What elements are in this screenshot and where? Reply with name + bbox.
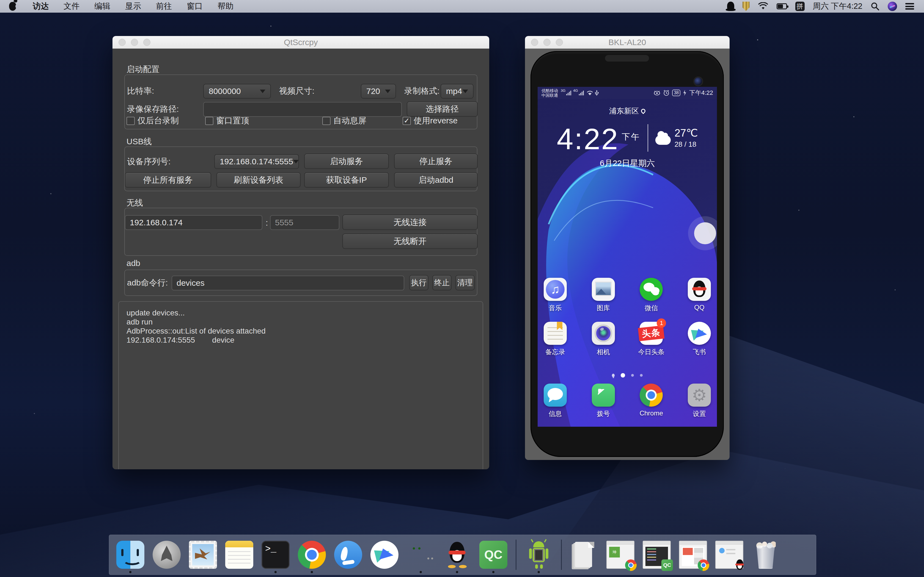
checkbox-screen-off[interactable]: 自动息屏 (322, 115, 366, 126)
serial-select[interactable]: 192.168.0.174:5555 (214, 154, 299, 169)
checkbox-always-on-top[interactable]: 窗口置顶 (205, 115, 249, 126)
dock-finder[interactable] (116, 541, 144, 569)
dock-wechat[interactable] (407, 541, 435, 569)
minimize-button[interactable] (131, 39, 138, 46)
app-chrome[interactable]: Chrome (640, 384, 663, 418)
eye-comfort-icon (653, 90, 661, 96)
app-toutiao[interactable]: 头条 1 今日头条 (640, 322, 663, 356)
app-label: Chrome (640, 409, 663, 417)
wifi-menu-icon[interactable] (758, 0, 768, 13)
menu-go[interactable]: 前往 (149, 0, 179, 13)
app-qq[interactable]: QQ (688, 278, 711, 313)
adb-clear-button[interactable]: 清理 (456, 275, 475, 290)
app-wechat[interactable]: 微信 (640, 278, 663, 313)
record-format-value: mp4 (446, 87, 462, 96)
dock-feishu[interactable] (370, 541, 399, 569)
dock-chrome[interactable] (298, 541, 326, 569)
dock-android-scrcpy[interactable] (525, 541, 553, 569)
qtscrcpy-titlebar[interactable]: QtScrcpy (113, 36, 489, 48)
phone-window-body: 优酷移动 中国联通 3G 4G (525, 48, 730, 460)
camera-app-icon (592, 322, 615, 345)
adb-kill-button[interactable]: 终止 (432, 275, 452, 290)
app-messages[interactable]: 信息 (543, 384, 567, 418)
close-button[interactable] (531, 39, 538, 46)
checkbox-box[interactable] (322, 117, 331, 125)
record-path-input[interactable] (203, 102, 402, 117)
dock-notes[interactable] (225, 541, 253, 569)
gear-icon: ⚙ (688, 384, 711, 407)
toutiao-app-icon: 头条 1 (640, 322, 663, 345)
app-notes[interactable]: 备忘录 (543, 322, 567, 356)
input-shield-icon[interactable] (743, 0, 750, 13)
zoom-button[interactable] (143, 39, 150, 46)
apple-menu[interactable] (0, 0, 25, 13)
app-feishu[interactable]: 飞书 (688, 322, 711, 356)
menu-view[interactable]: 显示 (118, 0, 149, 13)
qq-status-icon[interactable] (727, 0, 734, 13)
zoom-button[interactable] (556, 39, 563, 46)
checkbox-background-record[interactable]: 仅后台录制 (126, 115, 179, 126)
phone-window-titlebar[interactable]: BKL-AL20 (525, 36, 730, 48)
app-dialer[interactable]: 拨号 (591, 384, 615, 418)
dock-terminal[interactable]: >_ (262, 541, 289, 569)
app-settings[interactable]: ⚙ 设置 (688, 384, 711, 418)
adb-run-button[interactable]: 执行 (409, 275, 428, 290)
wireless-ip-input[interactable]: 192.168.0.174 (125, 215, 262, 230)
menu-bar-status-area: 拼 周六 下午4:22 (727, 0, 924, 13)
notification-center-button[interactable] (905, 0, 914, 13)
battery-menu-icon[interactable] (777, 0, 787, 13)
menu-file[interactable]: 文件 (56, 0, 87, 13)
video-size-select[interactable]: 720 (361, 84, 396, 98)
choose-path-button[interactable]: 选择路径 (407, 102, 478, 117)
app-label: 备忘录 (545, 348, 565, 356)
app-label: 设置 (693, 409, 706, 418)
minimized-window-thumbnail: 坤 (606, 541, 635, 569)
app-gallery[interactable]: 图库 (591, 278, 615, 313)
spotlight-button[interactable] (871, 0, 879, 13)
qtscrcpy-window: QtScrcpy 启动配置 比特率: 8000000 视频尺寸: 720 录制格… (113, 36, 489, 469)
dock-document-stack[interactable] (570, 541, 598, 569)
clock-weather-widget[interactable]: 浦东新区 4:22 下午 27 (538, 106, 717, 169)
qq-icon (443, 541, 471, 569)
menu-clock[interactable]: 周六 下午4:22 (813, 0, 863, 13)
dock-mail[interactable] (189, 541, 217, 569)
app-camera[interactable]: 相机 (591, 322, 615, 356)
stop-service-button[interactable]: 停止服务 (394, 153, 478, 169)
dock-launchpad[interactable] (153, 541, 181, 569)
menu-finder[interactable]: 访达 (25, 0, 56, 13)
start-service-button[interactable]: 启动服务 (304, 153, 389, 169)
minimize-button[interactable] (543, 39, 551, 46)
checkbox-use-reverse[interactable]: ✓ 使用reverse (402, 115, 457, 126)
siri-button[interactable] (888, 0, 897, 13)
phone-screen[interactable]: 优酷移动 中国联通 3G 4G (538, 87, 717, 427)
dock-blue-seal-app[interactable] (334, 541, 362, 569)
checkbox-box[interactable]: ✓ (402, 117, 411, 125)
clock-row: 4:22 下午 27℃ 28 / 18 (538, 122, 717, 154)
refresh-devices-button[interactable]: 刷新设备列表 (216, 172, 300, 188)
dock-minimized-window-4[interactable] (715, 541, 743, 569)
dock-qtcreator[interactable]: QC (479, 541, 507, 569)
close-button[interactable] (118, 39, 126, 46)
checkbox-box[interactable] (205, 117, 213, 125)
wireless-connect-button[interactable]: 无线连接 (342, 214, 478, 230)
menu-help[interactable]: 帮助 (210, 0, 241, 13)
dock-qq[interactable] (443, 541, 471, 569)
start-adbd-button[interactable]: 启动adbd (394, 172, 478, 188)
dock-minimized-window-1[interactable]: 坤 (606, 541, 635, 569)
wireless-port-input[interactable]: 5555 (270, 215, 339, 230)
dock-minimized-window-3[interactable] (679, 541, 707, 569)
dock-minimized-window-2[interactable]: QC (643, 541, 671, 569)
stop-all-services-button[interactable]: 停止所有服务 (125, 172, 211, 188)
input-method-menu[interactable]: 拼 (795, 0, 804, 13)
menu-window[interactable]: 窗口 (179, 0, 210, 13)
record-format-select[interactable]: mp4 (441, 84, 473, 98)
dock-trash[interactable] (751, 541, 780, 569)
wireless-disconnect-button[interactable]: 无线断开 (342, 234, 478, 249)
checkbox-box[interactable] (126, 117, 135, 125)
bitrate-select[interactable]: 8000000 (203, 84, 271, 98)
menu-edit[interactable]: 编辑 (87, 0, 118, 13)
app-music[interactable]: 音乐 (543, 278, 567, 313)
adb-cmd-input[interactable]: devices (171, 276, 404, 290)
get-device-ip-button[interactable]: 获取设备IP (304, 172, 389, 188)
usb-icon (595, 90, 599, 96)
